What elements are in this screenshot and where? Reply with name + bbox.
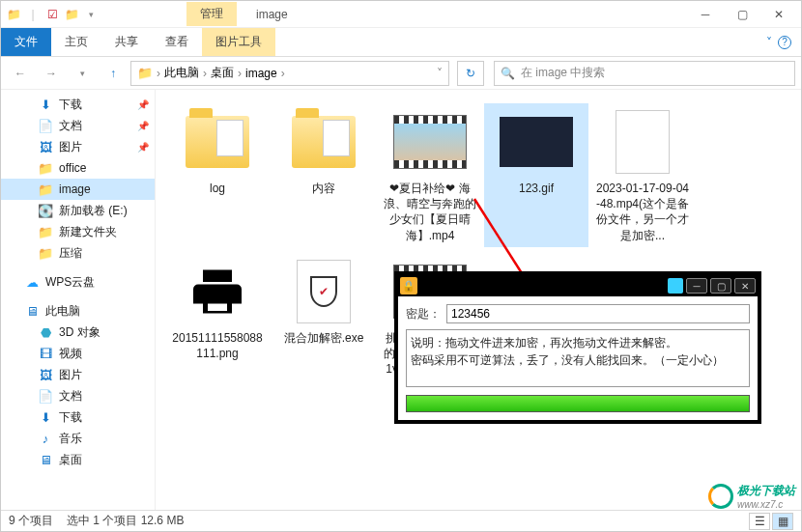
close-button[interactable]: ✕ bbox=[734, 278, 756, 294]
sidebar-item-downloads[interactable]: ⬇下载📌 bbox=[1, 94, 155, 115]
chevron-right-icon[interactable]: › bbox=[238, 67, 242, 80]
tab-share[interactable]: 共享 bbox=[101, 28, 152, 56]
password-input[interactable] bbox=[446, 304, 750, 323]
sidebar-item-label: WPS云盘 bbox=[45, 274, 95, 291]
sidebar-item-downloads2[interactable]: ⬇下载 bbox=[1, 406, 155, 428]
sidebar-item-pictures[interactable]: 🖼图片📌 bbox=[1, 136, 155, 157]
watermark-url: www.xz7.c bbox=[737, 499, 795, 510]
encrypt-body: 密匙： 说明：拖动文件进来加密，再次拖动文件进来解密。 密码采用不可逆算法，丢了… bbox=[398, 296, 758, 420]
nav-recent[interactable]: ▾ bbox=[69, 61, 96, 86]
view-icons-button[interactable]: ▦ bbox=[772, 513, 793, 530]
help-icon[interactable]: ? bbox=[778, 36, 791, 49]
view-details-button[interactable]: ☰ bbox=[749, 513, 770, 530]
progress-bar bbox=[406, 395, 750, 412]
sidebar-item-label: 视频 bbox=[59, 346, 82, 362]
sidebar-item-label: 图片 bbox=[59, 367, 82, 383]
file-item-png[interactable]: 20151111558088111.png bbox=[165, 253, 270, 397]
sidebar-item-label: 3D 对象 bbox=[59, 324, 100, 341]
chevron-right-icon[interactable]: › bbox=[203, 67, 207, 80]
breadcrumb-desktop[interactable]: 桌面 bbox=[211, 65, 234, 81]
download-icon: ⬇ bbox=[38, 409, 53, 425]
sidebar-item-label: 新建文件夹 bbox=[59, 224, 117, 240]
search-input[interactable]: 🔍 在 image 中搜索 bbox=[494, 61, 795, 86]
file-label: ❤夏日补给❤ 海浪、晴空与奔跑的少女们【夏日晴海】.mp4 bbox=[382, 181, 478, 243]
file-item-backup[interactable]: 2023-01-17-09-04-48.mp4(这个是备份文件，另一个才是加密.… bbox=[590, 103, 695, 247]
file-item-gif[interactable]: 123.gif bbox=[484, 103, 588, 247]
sidebar-item-label: 此电脑 bbox=[45, 303, 80, 320]
file-item-exe[interactable]: ✔ 混合加解密.exe bbox=[272, 253, 376, 397]
tab-file[interactable]: 文件 bbox=[1, 28, 51, 56]
maximize-button[interactable]: ▢ bbox=[724, 2, 760, 27]
sidebar-item-label: 压缩 bbox=[59, 245, 82, 262]
sidebar-item-label: 图片 bbox=[59, 139, 82, 155]
folder-icon: 📁 bbox=[5, 6, 22, 23]
sidebar-item-newfolder[interactable]: 📁新建文件夹 bbox=[1, 221, 155, 242]
sidebar-item-label: 新加载卷 (E:) bbox=[59, 203, 128, 219]
breadcrumb-dropdown[interactable]: ˅ bbox=[437, 67, 443, 80]
lock-icon: 🔒 bbox=[400, 277, 417, 294]
sidebar-item-image[interactable]: 📁image bbox=[1, 179, 155, 200]
ribbon: 文件 主页 共享 查看 图片工具 ˅ ? bbox=[1, 28, 801, 57]
music-icon: ♪ bbox=[38, 431, 53, 446]
tab-picture-tools[interactable]: 图片工具 bbox=[202, 28, 275, 56]
chevron-right-icon[interactable]: › bbox=[281, 67, 285, 80]
file-item-video1[interactable]: ❤夏日补给❤ 海浪、晴空与奔跑的少女们【夏日晴海】.mp4 bbox=[378, 103, 482, 247]
folder-icon: 📁 bbox=[38, 160, 53, 176]
breadcrumb[interactable]: 📁 › 此电脑 › 桌面 › image › ˅ bbox=[130, 61, 449, 86]
qat-dropdown[interactable]: ▾ bbox=[82, 6, 100, 23]
breadcrumb-pc[interactable]: 此电脑 bbox=[164, 65, 199, 81]
tab-home[interactable]: 主页 bbox=[51, 28, 101, 56]
sidebar-item-3dobjects[interactable]: ⬣3D 对象 bbox=[1, 322, 155, 343]
close-button[interactable]: ✕ bbox=[760, 2, 797, 27]
sidebar-item-office[interactable]: 📁office bbox=[1, 157, 155, 179]
encrypt-window[interactable]: 🔒 ─ ▢ ✕ 密匙： 说明：拖动文件进来加密，再次拖动文件进来解密。 密码采用… bbox=[394, 271, 761, 424]
folder-icon: 📁 bbox=[38, 182, 53, 197]
minimize-button[interactable]: ─ bbox=[686, 278, 707, 294]
pin-icon: 📌 bbox=[137, 121, 149, 131]
folder-icon bbox=[186, 116, 249, 168]
status-count: 9 个项目 bbox=[9, 513, 53, 529]
search-icon: 🔍 bbox=[501, 67, 515, 80]
chevron-right-icon[interactable]: › bbox=[157, 67, 160, 80]
sidebar-item-pictures2[interactable]: 🖼图片 bbox=[1, 364, 155, 385]
encrypt-titlebar: 🔒 ─ ▢ ✕ bbox=[398, 275, 758, 296]
sidebar-item-music[interactable]: ♪音乐 bbox=[1, 428, 155, 449]
cloud-icon: ☁ bbox=[24, 274, 40, 290]
exe-icon: ✔ bbox=[297, 260, 351, 323]
checkbox-icon[interactable]: ☑ bbox=[43, 6, 61, 23]
desc-line: 说明：拖动文件进来加密，再次拖动文件进来解密。 bbox=[411, 334, 745, 351]
nav-refresh[interactable]: ↻ bbox=[457, 61, 484, 86]
sidebar-item-newvolume[interactable]: 💽新加载卷 (E:) bbox=[1, 200, 155, 221]
titlebar: 📁 | ☑ 📁 ▾ 管理 image ─ ▢ ✕ bbox=[1, 1, 801, 28]
file-item-folder-log[interactable]: log bbox=[165, 103, 270, 247]
status-selection: 选中 1 个项目 12.6 MB bbox=[67, 513, 184, 529]
sidebar-item-wps[interactable]: ☁WPS云盘 bbox=[1, 271, 155, 293]
sidebar-item-compress[interactable]: 📁压缩 bbox=[1, 242, 155, 264]
shield-icon: ✔ bbox=[310, 276, 337, 307]
sidebar-item-label: image bbox=[59, 182, 91, 196]
pin-icon: 📌 bbox=[137, 99, 149, 110]
sidebar-item-label: 下载 bbox=[59, 409, 82, 426]
maximize-button[interactable]: ▢ bbox=[710, 278, 731, 294]
picture-icon: 🖼 bbox=[38, 139, 53, 154]
document-icon: 📄 bbox=[38, 118, 53, 133]
sidebar-item-documents2[interactable]: 📄文档 bbox=[1, 385, 155, 406]
document-icon: 📄 bbox=[38, 388, 53, 404]
file-item-folder-content[interactable]: 内容 bbox=[272, 103, 376, 247]
minimize-button[interactable]: ─ bbox=[687, 2, 724, 27]
tab-view[interactable]: 查看 bbox=[152, 28, 202, 56]
sidebar-item-documents[interactable]: 📄文档📌 bbox=[1, 115, 155, 136]
sidebar-item-videos[interactable]: 🎞视频 bbox=[1, 343, 155, 364]
nav-up[interactable]: ↑ bbox=[100, 61, 127, 86]
watermark: 极光下载站 www.xz7.c bbox=[708, 483, 795, 510]
sidebar-item-desktop2[interactable]: 🖥桌面 bbox=[1, 449, 155, 470]
contextual-tab-manage[interactable]: 管理 bbox=[186, 2, 237, 26]
cube-icon[interactable] bbox=[668, 278, 683, 294]
watermark-text: 极光下载站 bbox=[737, 483, 795, 499]
nav-back[interactable]: ← bbox=[7, 61, 34, 86]
sidebar-item-label: 文档 bbox=[59, 118, 82, 134]
breadcrumb-folder[interactable]: image bbox=[245, 67, 277, 80]
sidebar-item-thispc[interactable]: 🖥此电脑 bbox=[1, 300, 155, 322]
ribbon-help[interactable]: ˅ ? bbox=[757, 28, 801, 56]
nav-forward[interactable]: → bbox=[38, 61, 65, 86]
